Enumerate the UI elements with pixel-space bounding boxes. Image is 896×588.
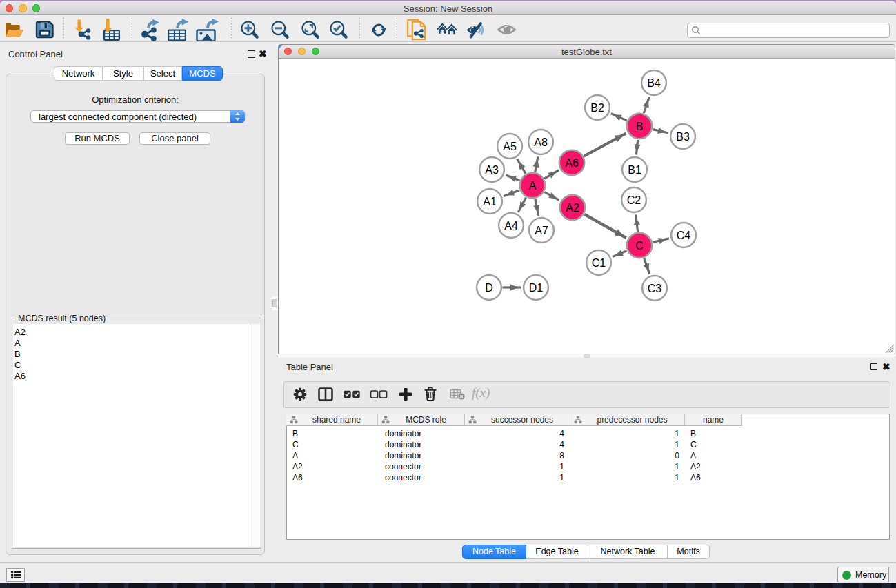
- svg-text:A4: A4: [504, 220, 518, 232]
- svg-text:B4: B4: [647, 77, 661, 89]
- svg-text:A2: A2: [566, 202, 579, 214]
- svg-text:A1: A1: [483, 196, 497, 207]
- svg-text:B3: B3: [676, 131, 690, 143]
- svg-text:B: B: [636, 121, 644, 132]
- svg-text:C3: C3: [648, 283, 662, 294]
- svg-text:D1: D1: [529, 282, 544, 294]
- svg-text:C: C: [635, 240, 644, 252]
- svg-text:A3: A3: [485, 164, 499, 176]
- svg-text:C1: C1: [592, 257, 606, 269]
- svg-text:A: A: [529, 180, 537, 192]
- svg-text:B1: B1: [628, 164, 641, 176]
- svg-text:A8: A8: [534, 136, 548, 148]
- svg-text:A7: A7: [535, 225, 548, 236]
- svg-text:D: D: [485, 282, 493, 294]
- svg-text:B2: B2: [590, 102, 604, 114]
- svg-text:A5: A5: [503, 141, 517, 152]
- svg-text:A6: A6: [565, 157, 579, 169]
- svg-text:C2: C2: [627, 194, 641, 206]
- svg-text:C4: C4: [677, 230, 691, 241]
